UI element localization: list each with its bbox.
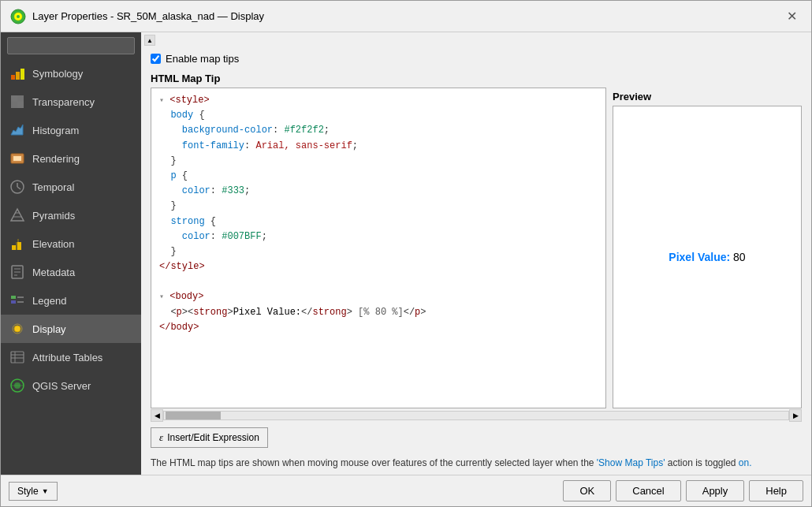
sidebar-label-temporal: Temporal	[32, 181, 74, 193]
sidebar-label-metadata: Metadata	[32, 267, 75, 278]
sidebar-item-rendering[interactable]: Rendering	[1, 144, 141, 173]
insert-btn-row: ε Insert/Edit Expression	[141, 423, 811, 453]
sidebar-label-qgis-server: QGIS Server	[32, 380, 91, 392]
h-scroll-track[interactable]	[163, 411, 789, 420]
sidebar-label-histogram: Histogram	[32, 125, 79, 136]
sidebar-item-transparency[interactable]: Transparency	[1, 88, 141, 116]
metadata-icon	[9, 263, 26, 281]
section-label: HTML Map Tip	[141, 69, 811, 88]
svg-rect-31	[11, 352, 24, 363]
preview-content: Pixel Value: 80	[613, 106, 802, 408]
rendering-icon	[9, 150, 26, 167]
svg-rect-3	[11, 75, 15, 80]
sidebar-item-legend[interactable]: Legend	[1, 286, 141, 315]
scroll-left-arrow[interactable]: ◀	[151, 409, 163, 422]
symbology-icon	[9, 65, 26, 82]
info-text-2: action is toggled	[665, 457, 738, 468]
ok-button[interactable]: OK	[563, 480, 611, 501]
search-input[interactable]	[7, 37, 135, 54]
bottom-bar: Style ▼ OK Cancel Apply Help	[1, 475, 811, 506]
help-button[interactable]: Help	[749, 480, 803, 501]
svg-marker-20	[12, 239, 21, 250]
cancel-label: Cancel	[632, 485, 664, 497]
main-content: Symbology Transparency	[1, 32, 811, 475]
temporal-icon	[9, 178, 26, 196]
preview-pixel-value: Pixel Value: 80	[669, 251, 745, 263]
sidebar-label-display: Display	[32, 323, 66, 335]
sidebar-label-symbology: Symbology	[32, 68, 83, 80]
svg-marker-15	[11, 209, 24, 221]
sidebar-label-attribute-tables: Attribute Tables	[32, 352, 102, 363]
svg-point-2	[17, 15, 20, 18]
sidebar-item-display[interactable]: Display	[1, 315, 141, 343]
svg-rect-6	[11, 95, 17, 102]
sidebar-item-histogram[interactable]: Histogram	[1, 116, 141, 144]
svg-rect-4	[16, 72, 20, 80]
style-label: Style	[17, 486, 39, 497]
attribute-tables-icon	[9, 349, 26, 366]
svg-rect-5	[20, 69, 24, 80]
titlebar-left: Layer Properties - SR_50M_alaska_nad — D…	[10, 9, 264, 24]
svg-rect-11	[13, 156, 21, 161]
sidebar-item-qgis-server[interactable]: QGIS Server	[1, 371, 141, 400]
sidebar-item-pyramids[interactable]: Pyramids	[1, 201, 141, 229]
insert-btn-label: Insert/Edit Expression	[167, 432, 259, 443]
window-title: Layer Properties - SR_50M_alaska_nad — D…	[32, 10, 264, 22]
enable-map-tips-checkbox[interactable]	[151, 54, 161, 64]
svg-rect-9	[17, 102, 24, 108]
svg-point-29	[14, 326, 20, 332]
svg-rect-8	[11, 102, 17, 108]
svg-rect-26	[11, 300, 16, 304]
display-icon	[9, 320, 26, 337]
bottom-right: OK Cancel Apply Help	[563, 480, 803, 501]
svg-line-14	[17, 187, 20, 189]
code-editor[interactable]: ▾ <style> body { background-color: #f2f2…	[151, 88, 606, 408]
preview-pixel-number: 80	[730, 251, 745, 263]
help-label: Help	[765, 485, 787, 497]
sidebar-label-legend: Legend	[32, 295, 66, 307]
sidebar-label-rendering: Rendering	[32, 153, 80, 165]
enable-map-tips-row: Enable map tips	[141, 48, 811, 69]
apply-label: Apply	[702, 485, 728, 497]
sidebar-item-elevation[interactable]: Elevation	[1, 229, 141, 258]
html-editor-area: ▾ <style> body { background-color: #f2f2…	[151, 88, 802, 408]
close-button[interactable]: ✕	[782, 7, 802, 25]
sidebar-item-symbology[interactable]: Symbology	[1, 59, 141, 88]
sidebar-item-temporal[interactable]: Temporal	[1, 173, 141, 201]
insert-edit-expression-button[interactable]: ε Insert/Edit Expression	[151, 427, 268, 448]
titlebar: Layer Properties - SR_50M_alaska_nad — D…	[1, 1, 811, 32]
info-text-on: on.	[739, 457, 752, 468]
apply-button[interactable]: Apply	[686, 480, 745, 501]
sidebar-label-transparency: Transparency	[32, 96, 95, 108]
info-text-1: The HTML map tips are shown when moving …	[151, 457, 597, 468]
h-scroll-thumb[interactable]	[166, 412, 221, 419]
preview-box: Preview Pixel Value: 80	[613, 88, 802, 408]
svg-rect-7	[17, 95, 24, 102]
pyramids-icon	[9, 207, 26, 224]
scroll-up-arrow[interactable]: ▲	[144, 35, 155, 46]
scroll-right-arrow[interactable]: ▶	[789, 409, 802, 422]
ok-label: OK	[579, 485, 594, 497]
transparency-icon	[9, 93, 26, 110]
dropdown-arrow-icon: ▼	[42, 487, 49, 495]
preview-label: Preview	[613, 88, 802, 106]
qgis-server-icon	[9, 377, 26, 394]
right-panel: ▲ Enable map tips HTML Map Tip ▾ <style>…	[141, 32, 811, 475]
info-text: The HTML map tips are shown when moving …	[141, 453, 811, 475]
app-logo	[10, 9, 26, 24]
sidebar-item-metadata[interactable]: Metadata	[1, 258, 141, 286]
info-text-highlight: 'Show Map Tips'	[597, 457, 665, 468]
search-box	[1, 32, 141, 59]
main-window: Layer Properties - SR_50M_alaska_nad — D…	[0, 0, 812, 507]
sidebar-item-attribute-tables[interactable]: Attribute Tables	[1, 343, 141, 371]
preview-pixel-strong: Pixel Value:	[669, 251, 730, 263]
cancel-button[interactable]: Cancel	[616, 480, 680, 501]
legend-icon	[9, 292, 26, 309]
svg-rect-25	[11, 296, 16, 299]
scroll-up-area: ▲	[141, 32, 811, 48]
style-button[interactable]: Style ▼	[9, 482, 58, 501]
sidebar: Symbology Transparency	[1, 32, 141, 475]
enable-map-tips-label[interactable]: Enable map tips	[166, 53, 239, 65]
code-content: ▾ <style> body { background-color: #f2f2…	[151, 88, 605, 340]
epsilon-icon: ε	[159, 431, 163, 444]
